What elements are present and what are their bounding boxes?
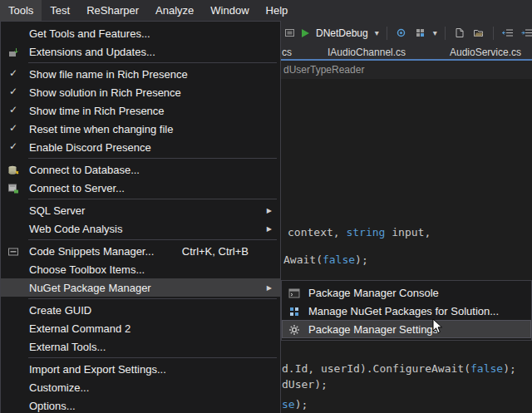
code-keyword: false	[470, 362, 503, 375]
check-icon: ✓	[9, 122, 17, 134]
menu-item-label: Manage NuGet Packages for Solution...	[308, 305, 499, 317]
attach-icon[interactable]	[395, 27, 408, 40]
menu-item-label: Choose Toolbox Items...	[29, 263, 145, 276]
code-text: input,	[385, 226, 431, 238]
tools-menu: Get Tools and Features... Extensions and…	[0, 21, 281, 413]
menu-item-create-guid[interactable]: Create GUID	[1, 301, 280, 319]
menu-item-label: Enable Discord Presence	[29, 141, 151, 154]
menubar-item-help[interactable]: Help	[258, 0, 297, 21]
code-text: dUser);	[282, 378, 328, 391]
code-text: );	[503, 362, 516, 375]
tab-iaudiochannel[interactable]: IAudioChannel.cs	[328, 47, 406, 58]
menu-item-connect-to-database[interactable]: Connect to Database...	[1, 160, 280, 179]
menu-item-nuget-package-manager[interactable]: NuGet Package Manager ▶	[1, 278, 280, 297]
menu-item-label: Show file name in Rich Presence	[29, 68, 188, 81]
code-text: Await(	[283, 253, 323, 266]
menu-item-show-solution-rich-presence[interactable]: ✓ Show solution in Rich Presence	[1, 83, 280, 101]
menu-item-label: Web Code Analysis	[29, 223, 123, 235]
debug-target-dropdown-icon[interactable]: ▾	[375, 28, 379, 37]
menubar-item-tools[interactable]: Tools	[0, 0, 42, 21]
menubar-item-window[interactable]: Window	[202, 0, 257, 21]
code-line[interactable]: dUser);	[282, 378, 328, 391]
tab-audioservice[interactable]: AudioService.cs	[450, 47, 521, 58]
menu-separator	[28, 298, 277, 299]
toolbar-separator	[493, 27, 494, 40]
menu-item-manage-nuget-packages-for-solution[interactable]: Manage NuGet Packages for Solution...	[282, 302, 531, 320]
menu-item-connect-to-server[interactable]: Connect to Server...	[1, 179, 280, 197]
code-keyword: se	[282, 398, 295, 411]
menu-item-label: SQL Server	[29, 204, 85, 217]
menu-item-import-and-export-settings[interactable]: Import and Export Settings...	[1, 360, 280, 378]
menu-item-code-snippets-manager[interactable]: Code Snippets Manager... Ctrl+K, Ctrl+B	[1, 242, 280, 260]
breadcrumb[interactable]: dUserTypeReader	[283, 64, 364, 76]
menu-item-label: Reset time when changing file	[29, 123, 173, 135]
menu-item-label: Customize...	[29, 381, 89, 394]
menu-separator	[28, 239, 277, 240]
snippets-icon	[7, 245, 20, 258]
menubar-item-resharper[interactable]: ReSharper	[78, 0, 147, 21]
menu-item-external-command-2[interactable]: External Command 2	[1, 319, 280, 337]
menu-item-label: Extensions and Updates...	[29, 46, 155, 58]
code-text: );	[295, 398, 308, 411]
open-file-icon[interactable]	[472, 27, 485, 40]
code-line[interactable]: d.Id, userId).ConfigureAwait(false);	[282, 362, 516, 375]
menubar-item-analyze[interactable]: Analyze	[147, 0, 202, 21]
menu-item-label: Connect to Database...	[29, 164, 140, 176]
new-file-icon[interactable]	[453, 27, 466, 40]
database-icon	[7, 164, 20, 176]
menu-item-package-manager-settings[interactable]: Package Manager Settings	[282, 320, 531, 338]
menu-item-choose-toolbox-items[interactable]: Choose Toolbox Items...	[1, 260, 280, 278]
menu-item-label: Code Snippets Manager...	[29, 245, 154, 258]
menu-separator	[28, 158, 277, 159]
submenu-arrow-icon: ▶	[267, 207, 272, 214]
code-line[interactable]: Await(false);	[283, 253, 368, 266]
menu-bar: Tools Test ReSharper Analyze Window Help	[0, 0, 532, 21]
menu-item-label: External Tools...	[29, 341, 106, 353]
menu-item-label: Show solution in Rich Presence	[29, 86, 181, 99]
toolbar-separator	[445, 27, 446, 40]
menu-item-get-tools-and-features[interactable]: Get Tools and Features...	[1, 24, 280, 42]
menu-item-enable-discord-presence[interactable]: ✓ Enable Discord Presence	[1, 138, 280, 156]
menu-item-label: NuGet Package Manager	[29, 282, 151, 294]
code-text: context,	[288, 226, 346, 238]
profiler-grid-icon[interactable]	[414, 27, 427, 40]
toolbar-separator	[387, 27, 387, 40]
menu-item-show-time-rich-presence[interactable]: ✓ Show time in Rich Presence	[1, 101, 280, 120]
menubar-item-test[interactable]: Test	[42, 0, 78, 21]
toolbar-box-icon[interactable]	[283, 27, 296, 40]
tab-partial[interactable]: cs	[282, 47, 292, 58]
check-icon: ✓	[9, 67, 17, 79]
menu-item-options[interactable]: Options...	[1, 396, 280, 413]
menu-item-show-file-name-rich-presence[interactable]: ✓ Show file name in Rich Presence	[1, 65, 280, 83]
menu-item-label: Create GUID	[29, 304, 91, 317]
menu-item-extensions-and-updates[interactable]: Extensions and Updates...	[1, 42, 280, 61]
menu-item-label: Get Tools and Features...	[29, 27, 150, 40]
menu-item-label: Connect to Server...	[29, 182, 125, 194]
menu-item-shortcut: Ctrl+K, Ctrl+B	[182, 245, 249, 258]
debug-target-label[interactable]: DNetDebug	[316, 27, 368, 39]
menu-item-package-manager-console[interactable]: Package Manager Console	[282, 283, 531, 302]
menu-item-sql-server[interactable]: SQL Server ▶	[1, 201, 280, 219]
nuget-submenu: Package Manager Console Manage NuGet Pac…	[281, 280, 532, 341]
menu-item-web-code-analysis[interactable]: Web Code Analysis ▶	[1, 219, 280, 238]
console-icon	[288, 287, 301, 299]
menu-item-label: Options...	[29, 400, 76, 412]
vs-window: context, string input, Await(false); d.I…	[0, 0, 532, 413]
menu-item-external-tools[interactable]: External Tools...	[1, 337, 280, 356]
submenu-arrow-icon: ▶	[267, 284, 272, 292]
profiler-dropdown-icon[interactable]: ▾	[433, 28, 437, 37]
menu-item-label: Show time in Rich Presence	[29, 105, 165, 117]
outdent-icon[interactable]	[501, 27, 515, 40]
start-debug-icon[interactable]	[302, 29, 309, 37]
menu-item-label: Import and Export Settings...	[29, 363, 166, 376]
extensions-icon	[7, 46, 20, 58]
indent-icon[interactable]	[520, 27, 532, 40]
code-line[interactable]: se);	[282, 398, 308, 411]
code-keyword: false	[323, 253, 355, 266]
menu-item-reset-time-when-changing-file[interactable]: ✓ Reset time when changing file	[1, 120, 280, 138]
check-icon: ✓	[9, 140, 17, 152]
code-line[interactable]: context, string input,	[288, 226, 431, 238]
menu-item-customize[interactable]: Customize...	[1, 378, 280, 396]
gear-icon	[288, 323, 301, 336]
menu-separator	[28, 357, 277, 358]
